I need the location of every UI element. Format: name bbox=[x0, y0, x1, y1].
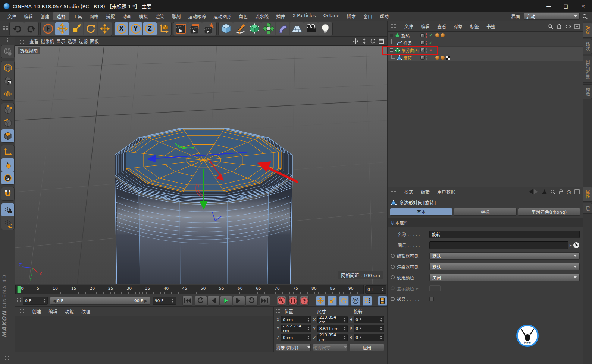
orbit-view-icon[interactable] bbox=[370, 38, 376, 44]
viewport-menu-item[interactable]: 显示 bbox=[56, 37, 66, 45]
layer-chip[interactable] bbox=[420, 33, 425, 37]
size-z-field[interactable]: 219.854 cm bbox=[317, 334, 348, 341]
record-keyframe-button[interactable] bbox=[277, 296, 286, 306]
arrow-up-icon[interactable] bbox=[542, 189, 547, 194]
rotation-h-field[interactable]: 0 ° bbox=[354, 316, 384, 323]
materials-drag-handle[interactable] bbox=[18, 309, 24, 314]
snap-icon[interactable]: S bbox=[1, 171, 14, 184]
om-home-icon[interactable] bbox=[557, 24, 562, 29]
xray-radio[interactable] bbox=[391, 297, 395, 301]
z-axis-lock-button[interactable]: Z bbox=[143, 22, 157, 35]
menubar-item[interactable]: 编辑 bbox=[21, 12, 36, 20]
editor-visible-radio[interactable] bbox=[391, 254, 395, 258]
target-icon[interactable]: ◎ bbox=[567, 189, 571, 195]
next-frame-button[interactable] bbox=[233, 296, 245, 306]
workplane-rotate-icon[interactable] bbox=[1, 216, 14, 230]
menubar-item[interactable]: 动画 bbox=[119, 12, 135, 20]
materials-menu-item[interactable]: 纹理 bbox=[78, 307, 94, 316]
size-x-field[interactable]: 219.854 cm bbox=[317, 316, 348, 323]
light-button[interactable] bbox=[318, 22, 332, 35]
lock-icon[interactable] bbox=[559, 189, 563, 194]
size-y-field[interactable]: 8.611 cm bbox=[317, 325, 348, 332]
floor-button[interactable] bbox=[290, 22, 304, 35]
object-label[interactable]: 样条 bbox=[403, 40, 412, 46]
menubar-item[interactable]: 脚本 bbox=[344, 12, 359, 20]
viewport-menu-item[interactable]: 面板 bbox=[89, 37, 100, 45]
key-pla-toggle[interactable] bbox=[363, 296, 372, 306]
menubar-item[interactable]: 选择 bbox=[53, 12, 69, 20]
ruler-frame-field[interactable]: 0 F bbox=[365, 285, 386, 294]
subdivision-surface-button[interactable] bbox=[247, 22, 261, 35]
magnet-snap-icon[interactable] bbox=[1, 187, 14, 200]
viewport-menu-item[interactable]: 过滤 bbox=[78, 37, 88, 45]
spline-pen-button[interactable] bbox=[233, 22, 247, 35]
render-settings-button[interactable] bbox=[202, 22, 216, 35]
camera-button[interactable] bbox=[304, 22, 318, 35]
menubar-item[interactable]: Octane bbox=[320, 12, 343, 20]
rotation-b-field[interactable]: 0 ° bbox=[354, 334, 384, 341]
menubar-item[interactable]: 文件 bbox=[4, 12, 20, 20]
om-add-icon[interactable] bbox=[574, 24, 580, 29]
y-axis-lock-button[interactable]: Y bbox=[129, 22, 142, 35]
minimize-button[interactable]: — bbox=[540, 0, 557, 12]
position-z-field[interactable]: 0 cm bbox=[281, 334, 311, 341]
search-icon[interactable] bbox=[582, 13, 588, 19]
menubar-item[interactable]: 创建 bbox=[37, 12, 53, 20]
axis-mode-icon[interactable] bbox=[1, 145, 14, 158]
visibility-dots[interactable] bbox=[426, 33, 427, 38]
attrs-menu-item[interactable]: 编辑 bbox=[417, 187, 433, 196]
viewport-drag-handle[interactable] bbox=[18, 38, 24, 44]
render-visible-dropdown[interactable]: 默认 bbox=[429, 263, 580, 270]
side-tab[interactable]: 构造 bbox=[583, 84, 592, 99]
menubar-item[interactable]: 渲染 bbox=[152, 12, 167, 20]
goto-end-button[interactable] bbox=[260, 296, 270, 306]
object-row-lathe[interactable]: 旋转 ✓ bbox=[388, 32, 583, 39]
om-menu-item[interactable]: 编辑 bbox=[417, 22, 433, 31]
polygons-mode-icon[interactable] bbox=[1, 129, 14, 142]
visibility-dots[interactable] bbox=[426, 41, 427, 45]
editor-visible-dropdown[interactable]: 默认 bbox=[429, 252, 580, 260]
menubar-item[interactable]: 工具 bbox=[70, 12, 85, 20]
expand-toggle-icon[interactable] bbox=[390, 34, 393, 37]
object-label[interactable]: 旋转 bbox=[401, 32, 410, 38]
timeline-window-button[interactable] bbox=[378, 296, 387, 306]
object-row-spline[interactable]: 样条 ✓ bbox=[388, 39, 583, 47]
play-backwards-button[interactable] bbox=[195, 296, 207, 306]
tab-basic[interactable]: 基本 bbox=[390, 208, 452, 216]
enabled-check-icon[interactable]: ✓ bbox=[429, 33, 433, 38]
tab-phong[interactable]: 平滑着色(Phong) bbox=[518, 208, 580, 216]
position-y-field[interactable]: -352.734 cm bbox=[281, 325, 311, 332]
use-color-radio[interactable] bbox=[391, 275, 395, 279]
workplane-lock-icon[interactable] bbox=[1, 203, 14, 216]
viewport-menu-item[interactable]: 摄像机 bbox=[40, 37, 55, 45]
close-button[interactable]: × bbox=[574, 0, 592, 12]
render-view-button[interactable] bbox=[174, 22, 188, 35]
key-scale-toggle[interactable] bbox=[328, 296, 337, 306]
playhead-marker[interactable] bbox=[17, 286, 21, 293]
menubar-item[interactable]: 运动跟踪 bbox=[185, 12, 209, 20]
side-tab[interactable]: 对象 bbox=[583, 23, 592, 38]
redo-button[interactable] bbox=[24, 22, 38, 35]
side-tab[interactable]: 场次 bbox=[583, 39, 592, 54]
coordinate-mode-dropdown[interactable]: 对象 (相对) bbox=[276, 344, 311, 351]
dolly-view-icon[interactable] bbox=[361, 38, 367, 44]
play-forwards-button[interactable] bbox=[220, 296, 232, 306]
layer-chip[interactable] bbox=[420, 41, 425, 45]
tweak-mode-icon[interactable] bbox=[1, 158, 14, 171]
live-selection-tool[interactable] bbox=[41, 22, 55, 35]
pan-view-icon[interactable] bbox=[353, 38, 358, 44]
menubar-item[interactable]: X-Particles bbox=[289, 12, 319, 20]
layer-chip[interactable] bbox=[420, 56, 425, 60]
menubar-item[interactable]: 捕捉 bbox=[103, 12, 118, 20]
current-frame-field[interactable]: 0 F bbox=[23, 297, 48, 305]
menubar-item[interactable]: 运动图形 bbox=[210, 12, 235, 20]
texture-mode-icon[interactable] bbox=[1, 74, 14, 87]
key-parameter-toggle[interactable]: P bbox=[351, 296, 360, 306]
x-axis-lock-button[interactable]: X bbox=[115, 22, 128, 35]
size-mode-dropdown[interactable]: 绝对尺寸 bbox=[313, 344, 348, 351]
cloner-button[interactable] bbox=[261, 22, 275, 35]
sculpt-mode-icon[interactable] bbox=[1, 45, 14, 58]
side-tab[interactable]: 属性 bbox=[583, 187, 592, 202]
points-mode-icon[interactable] bbox=[1, 103, 14, 116]
materials-menu-item[interactable]: 功能 bbox=[62, 307, 77, 316]
